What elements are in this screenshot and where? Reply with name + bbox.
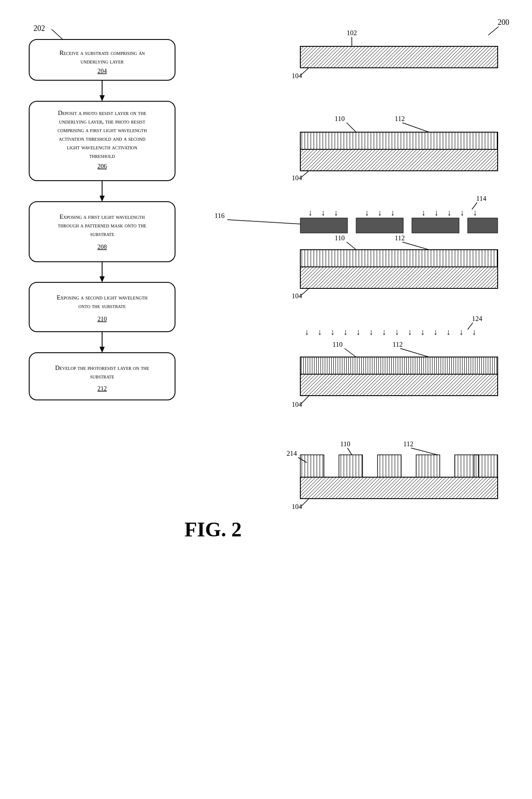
svg-rect-102 [300,477,498,499]
svg-marker-2 [100,95,105,101]
svg-text:208: 208 [97,243,107,250]
svg-rect-36 [300,149,498,171]
svg-text:↓: ↓ [473,208,477,217]
svg-line-85 [400,348,429,357]
svg-text:↓: ↓ [305,327,309,336]
svg-text:↓: ↓ [446,327,450,336]
svg-line-53 [227,220,300,224]
svg-text:comprising a first light wavel: comprising a first light wavelength [57,127,147,133]
svg-text:Exposing a second light wavele: Exposing a second light wavelength [57,294,148,301]
svg-text:112: 112 [395,234,405,242]
step2-line1: Deposit a photo resist layer on the [58,109,146,116]
svg-text:114: 114 [476,195,486,202]
svg-text:↓: ↓ [390,208,395,217]
svg-text:↓: ↓ [433,327,438,336]
ref-200: 200 [498,18,509,27]
step1-line1: Receive a substrate comprising an [59,49,145,56]
svg-text:onto the substrate: onto the substrate [79,303,126,309]
svg-text:through a patterned mask onto : through a patterned mask onto the [58,222,146,229]
svg-line-25 [488,27,499,35]
svg-text:↓: ↓ [382,327,386,336]
svg-line-61 [402,242,429,250]
svg-text:substrate: substrate [90,373,114,380]
svg-rect-63 [300,267,498,288]
svg-text:↓: ↓ [434,208,438,217]
svg-text:↓: ↓ [395,327,399,336]
svg-marker-21 [100,347,105,353]
patent-figure-page: 202 Receive a substrate comprising an un… [0,0,532,799]
svg-text:Exposing a first light wavelen: Exposing a first light wavelength [60,213,145,220]
svg-text:110: 110 [340,440,350,448]
svg-line-83 [345,348,356,357]
svg-text:↓: ↓ [356,327,360,336]
svg-text:104: 104 [292,503,302,510]
step1-ref: 204 [97,67,107,74]
svg-text:112: 112 [393,341,402,348]
svg-text:↓: ↓ [308,208,312,217]
svg-rect-57 [468,218,498,233]
svg-text:214: 214 [287,450,297,457]
svg-text:↓: ↓ [459,327,463,336]
svg-text:light wavelength activation: light wavelength activation [67,144,137,151]
step1-line2: underlying layer [81,58,124,65]
svg-text:↓: ↓ [420,327,425,336]
svg-text:116: 116 [215,212,224,219]
svg-text:↓: ↓ [421,208,426,217]
svg-text:110: 110 [332,341,342,348]
svg-line-93 [348,448,352,455]
svg-text:↓: ↓ [378,208,382,217]
svg-text:↓: ↓ [408,327,412,336]
svg-text:↓: ↓ [472,327,476,336]
svg-rect-28 [300,46,498,68]
svg-rect-86 [300,357,498,374]
svg-text:↓: ↓ [330,327,335,336]
svg-rect-55 [356,218,403,233]
svg-text:104: 104 [292,72,302,79]
svg-text:102: 102 [347,29,357,36]
svg-rect-99 [416,455,440,477]
svg-line-59 [347,242,356,250]
svg-marker-16 [100,276,105,282]
ref-202: 202 [33,24,45,33]
svg-rect-54 [300,218,348,233]
svg-text:↓: ↓ [343,327,348,336]
svg-text:110: 110 [335,234,345,242]
svg-rect-87 [300,374,498,396]
svg-text:212: 212 [97,385,107,392]
svg-text:↓: ↓ [365,208,369,217]
svg-text:↓: ↓ [317,327,322,336]
svg-rect-62 [300,250,498,267]
svg-rect-56 [412,218,459,233]
svg-text:Develop the photoresist layer : Develop the photoresist layer on the [55,364,149,371]
svg-text:206: 206 [97,163,107,169]
svg-text:↓: ↓ [334,208,338,217]
svg-rect-98 [378,455,401,477]
svg-text:activation threshold and a sec: activation threshold and a second [59,135,145,142]
svg-text:substrate: substrate [90,230,114,237]
svg-text:124: 124 [472,315,482,322]
svg-line-34 [402,123,429,132]
svg-text:110: 110 [335,115,345,122]
svg-text:↓: ↓ [447,208,451,217]
svg-line-32 [347,123,356,132]
svg-text:210: 210 [97,315,107,322]
svg-text:↓: ↓ [460,208,464,217]
svg-rect-96 [300,455,324,477]
svg-text:112: 112 [403,440,413,448]
svg-text:↓: ↓ [369,327,373,336]
svg-rect-101 [474,455,498,477]
svg-text:112: 112 [395,115,405,122]
svg-marker-10 [100,196,105,202]
svg-text:underlying layer, the photo re: underlying layer, the photo resist [59,118,145,125]
fig-label: FIG. 2 [184,518,242,541]
svg-line-30 [300,68,309,76]
svg-line-89 [300,396,309,405]
svg-text:↓: ↓ [321,208,325,217]
svg-rect-97 [339,455,363,477]
svg-rect-35 [300,132,498,149]
svg-text:threshold: threshold [89,152,115,159]
svg-line-95 [411,448,438,455]
